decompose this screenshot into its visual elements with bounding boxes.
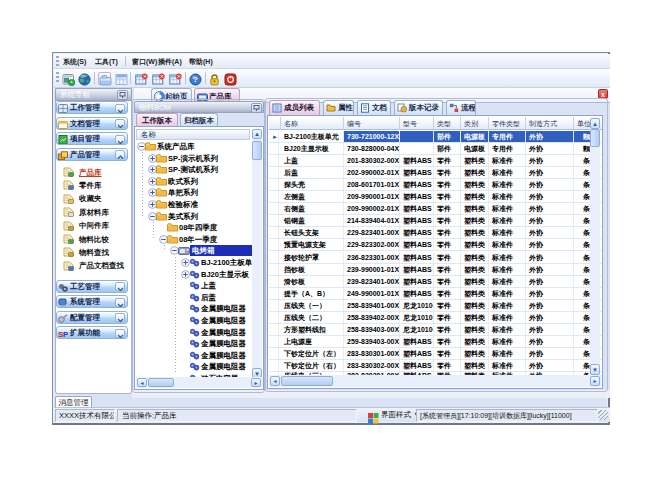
svg-text:?: ? xyxy=(193,75,198,84)
svg-text:P: P xyxy=(63,330,68,339)
